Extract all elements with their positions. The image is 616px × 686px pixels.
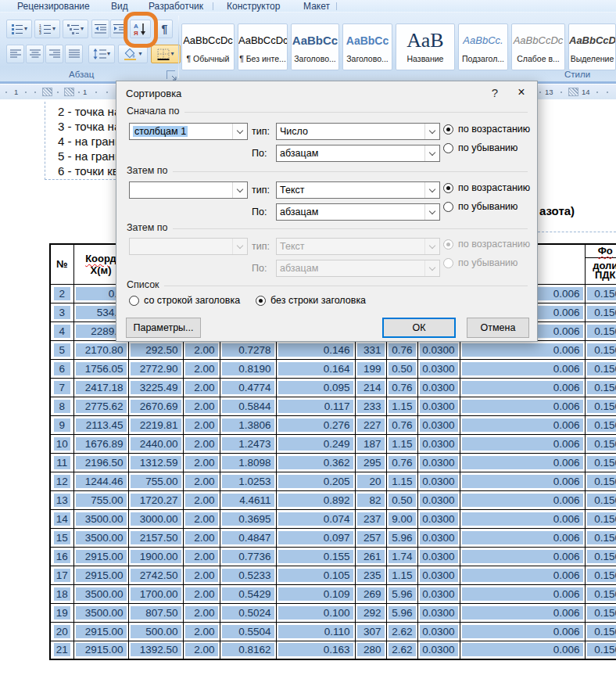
data-cell[interactable]: 2.00: [183, 378, 220, 397]
row-number-cell[interactable]: 6: [50, 359, 73, 378]
data-cell[interactable]: 1.15: [386, 397, 417, 415]
data-cell[interactable]: 0.249: [276, 434, 355, 453]
data-cell[interactable]: 0.276: [276, 415, 355, 434]
data-cell[interactable]: 269: [355, 584, 386, 603]
data-cell[interactable]: 2.00: [183, 397, 220, 415]
data-cell[interactable]: 214: [355, 378, 386, 397]
data-cell[interactable]: 3500.00: [73, 584, 128, 603]
row-number-cell[interactable]: 12: [50, 472, 73, 490]
data-cell[interactable]: 2915.00: [73, 641, 128, 659]
data-cell[interactable]: 2.00: [183, 359, 220, 378]
sort-by-ascending-radio[interactable]: по возрастанию: [443, 123, 530, 135]
data-cell[interactable]: 0.150: [585, 528, 616, 547]
chevron-down-icon[interactable]: [232, 124, 247, 139]
tab-layout[interactable]: Макет: [303, 1, 330, 12]
data-cell[interactable]: 0.0300: [417, 434, 460, 453]
align-right-button[interactable]: [45, 45, 63, 63]
data-cell[interactable]: 0.3695: [220, 509, 276, 528]
data-cell[interactable]: 0.150: [585, 434, 616, 453]
data-cell[interactable]: 0.006: [460, 453, 585, 472]
header-num[interactable]: №: [50, 244, 73, 284]
data-cell[interactable]: 0.0300: [417, 415, 460, 434]
row-number-cell[interactable]: 5: [50, 340, 73, 359]
data-cell[interactable]: 0.006: [460, 641, 585, 659]
then-by-1-type-combo[interactable]: Текст: [276, 181, 440, 199]
style-normal[interactable]: AaBbCcDc ¶ Обычный: [181, 23, 235, 70]
data-cell[interactable]: 2.00: [183, 453, 220, 472]
shading-button[interactable]: ▾: [118, 45, 148, 63]
data-cell[interactable]: 0.5233: [220, 566, 276, 584]
data-cell[interactable]: 4.4611: [220, 490, 276, 509]
data-cell[interactable]: 3000.00: [128, 509, 183, 528]
help-button[interactable]: ?: [485, 86, 504, 99]
data-cell[interactable]: 0.006: [460, 490, 585, 509]
data-cell[interactable]: 0.0300: [417, 340, 460, 359]
data-cell[interactable]: 0.0300: [417, 359, 460, 378]
row-number-cell[interactable]: 7: [50, 378, 73, 397]
data-cell[interactable]: 20: [355, 472, 386, 490]
data-cell[interactable]: 755.00: [73, 490, 128, 509]
data-cell[interactable]: 2.62: [386, 641, 417, 659]
data-cell[interactable]: 0.150: [585, 340, 616, 359]
data-cell[interactable]: 2.00: [183, 528, 220, 547]
data-cell[interactable]: 0.205: [276, 472, 355, 490]
data-cell[interactable]: 1676.89: [73, 434, 128, 453]
options-button[interactable]: Параметры...: [126, 318, 201, 338]
data-cell[interactable]: 1900.00: [128, 547, 183, 566]
borders-button[interactable]: ▾: [151, 45, 181, 63]
data-cell[interactable]: 0.150: [585, 397, 616, 415]
data-cell[interactable]: 2.00: [183, 509, 220, 528]
data-cell[interactable]: 1.2473: [220, 434, 276, 453]
data-cell[interactable]: 2.00: [183, 472, 220, 490]
chevron-down-icon[interactable]: [424, 204, 439, 220]
data-cell[interactable]: 2915.00: [73, 566, 128, 584]
data-cell[interactable]: 0.892: [276, 490, 355, 509]
data-cell[interactable]: 0.76: [386, 378, 417, 397]
row-number-cell[interactable]: 9: [50, 415, 73, 434]
data-cell[interactable]: 0.150: [585, 490, 616, 509]
data-cell[interactable]: 0.110: [276, 622, 355, 641]
data-cell[interactable]: 0.0300: [417, 566, 460, 584]
data-cell[interactable]: 1244.46: [73, 472, 128, 490]
data-cell[interactable]: 2742.50: [128, 566, 183, 584]
data-cell[interactable]: 2670.69: [128, 397, 183, 415]
data-cell[interactable]: 2915.00: [73, 547, 128, 566]
data-cell[interactable]: 5.96: [386, 584, 417, 603]
data-cell[interactable]: 3225.49: [128, 378, 183, 397]
data-cell[interactable]: 0.76: [386, 415, 417, 434]
data-cell[interactable]: 0.150: [585, 547, 616, 566]
data-cell[interactable]: 1.74: [386, 547, 417, 566]
data-cell[interactable]: 0.0300: [417, 584, 460, 603]
data-cell[interactable]: 331: [355, 340, 386, 359]
data-cell[interactable]: 2157.50: [128, 528, 183, 547]
pilcrow-button[interactable]: ¶: [156, 20, 173, 38]
data-cell[interactable]: 0.7278: [220, 340, 276, 359]
close-icon[interactable]: ×: [510, 85, 532, 99]
data-cell[interactable]: 1.3806: [220, 415, 276, 434]
sort-by-using-combo[interactable]: абзацам: [276, 145, 440, 162]
sort-by-field-combo[interactable]: столбцам 1: [129, 123, 248, 140]
data-cell[interactable]: 0.006: [460, 340, 585, 359]
data-cell[interactable]: 2.00: [183, 566, 220, 584]
data-cell[interactable]: 292.50: [128, 340, 183, 359]
data-cell[interactable]: 0.7736: [220, 547, 276, 566]
sort-button[interactable]: А Я: [130, 20, 151, 38]
data-cell[interactable]: 0.006: [460, 547, 585, 566]
data-cell[interactable]: 5.96: [386, 528, 417, 547]
data-cell[interactable]: 307: [355, 622, 386, 641]
style-no-spacing[interactable]: AaBbCcDc ¶ Без инте...: [238, 23, 288, 70]
column-marker[interactable]: [64, 88, 74, 96]
data-cell[interactable]: 0.0300: [417, 397, 460, 415]
data-cell[interactable]: 0.006: [460, 566, 585, 584]
row-number-cell[interactable]: 15: [50, 528, 73, 547]
data-cell[interactable]: 0.100: [276, 603, 355, 622]
data-cell[interactable]: 1.0253: [220, 472, 276, 490]
data-cell[interactable]: 9.00: [386, 509, 417, 528]
data-cell[interactable]: 2219.81: [128, 415, 183, 434]
data-cell[interactable]: 0.164: [276, 359, 355, 378]
data-cell[interactable]: 0.150: [585, 321, 616, 340]
data-cell[interactable]: 2440.00: [128, 434, 183, 453]
data-cell[interactable]: 235: [355, 566, 386, 584]
data-cell[interactable]: 1392.50: [128, 641, 183, 659]
data-cell[interactable]: 0.006: [460, 472, 585, 490]
